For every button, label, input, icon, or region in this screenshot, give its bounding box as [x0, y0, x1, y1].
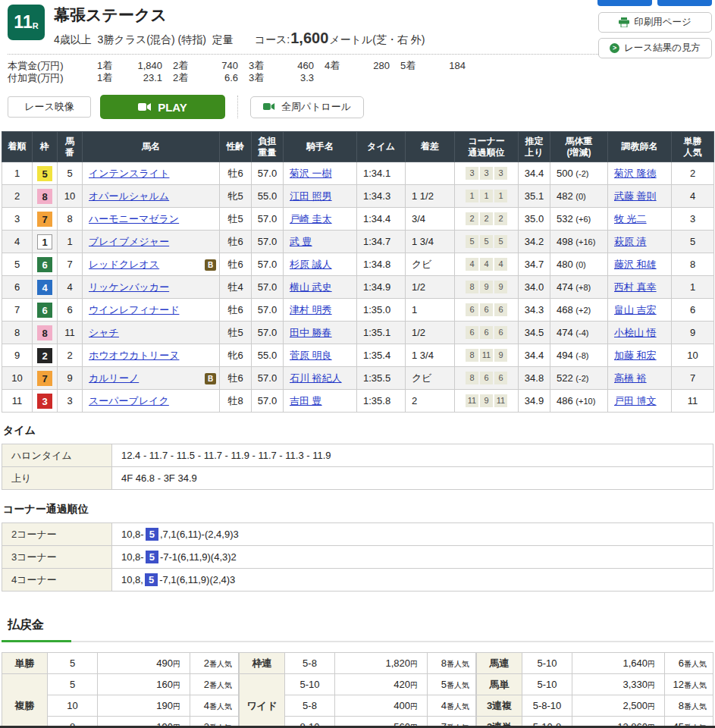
jockey-cell: 横山 武史: [284, 276, 357, 299]
carried-weight: 55.0: [252, 185, 284, 208]
trainer-link[interactable]: 菊沢 隆徳: [614, 168, 657, 179]
horse-name-link[interactable]: ウインレフィナード: [89, 304, 179, 315]
race-header: 印刷用ページ > レース結果の見方 11 R 幕張ステークス 4歳以上 3勝クラ…: [0, 0, 715, 84]
trainer-link[interactable]: 戸田 博文: [614, 395, 657, 406]
jockey-link[interactable]: 津村 明秀: [290, 304, 332, 315]
popularity-suffix: 番人気: [684, 702, 707, 711]
time-row: ハロンタイム12.4 - 11.7 - 11.5 - 11.7 - 11.9 -…: [2, 444, 713, 467]
finish-position: 9: [2, 344, 33, 367]
payout-popularity: 12番人気: [665, 674, 713, 695]
payout-amount: 420円: [335, 674, 428, 695]
yen-suffix: 円: [410, 660, 418, 668]
horse-weight-diff: (0): [575, 260, 585, 269]
payout-amount-value: 1,820: [385, 657, 410, 669]
popularity-suffix: 番人気: [447, 660, 469, 668]
popularity-suffix: 番人気: [209, 702, 232, 711]
trainer-link[interactable]: 小桧山 悟: [614, 327, 657, 338]
top-blue-buttons: [597, 0, 712, 6]
horse-name-link[interactable]: シャチ: [89, 327, 119, 338]
yen-suffix: 円: [648, 702, 655, 711]
jockey-link[interactable]: 田中 勝春: [290, 327, 332, 338]
frame-cell: 3: [33, 390, 58, 413]
print-button[interactable]: 印刷用ページ: [598, 12, 712, 33]
yen-suffix: 円: [173, 681, 180, 689]
corner-position-chip: 8: [466, 281, 478, 293]
trainer-link[interactable]: 萩原 清: [614, 236, 647, 247]
horse-weight: 494 (-8): [550, 344, 608, 367]
horse-name-link[interactable]: レッドクレオス: [89, 259, 159, 270]
horse-name-link[interactable]: ブレイブメジャー: [89, 236, 169, 247]
jockey-link[interactable]: 江田 照男: [290, 190, 332, 202]
jockey-link[interactable]: 菅原 明良: [290, 350, 332, 361]
patrol-video-button[interactable]: 全周パトロール: [250, 96, 364, 118]
trainer-link[interactable]: 藤沢 和雄: [614, 259, 657, 270]
finish-position: 3: [2, 208, 33, 231]
blue-button-partial-2[interactable]: [657, 0, 712, 6]
jockey-link[interactable]: 戸崎 圭太: [290, 213, 332, 224]
corner-row-value: 10,8-5-7-1(6,11,9)(4,3)2: [112, 546, 713, 569]
race-video-row: レース映像 PLAY 全周パトロール: [8, 94, 707, 120]
highlighted-horse-number: 5: [146, 528, 158, 541]
jockey-cell: 田中 勝春: [284, 322, 357, 344]
horse-number: 1: [58, 231, 83, 253]
jockey-link[interactable]: 菊沢 一樹: [290, 168, 332, 179]
combination: 10: [48, 695, 98, 717]
jockey-link[interactable]: 吉田 豊: [290, 395, 322, 406]
popularity-value: 4: [204, 700, 209, 711]
combination: 5: [48, 674, 98, 695]
results-table: 着順枠馬 番馬名性齢負担 重量騎手名タイム着差コーナー 通過順位推定 上り馬体重…: [2, 131, 714, 413]
trainer-link[interactable]: 牧 光二: [614, 213, 647, 224]
corner-position-chip: 6: [494, 303, 507, 316]
jockey-link[interactable]: 杉原 誠人: [290, 259, 332, 270]
jockey-link[interactable]: 横山 武史: [290, 281, 332, 293]
last-3f: 34.7: [519, 253, 550, 276]
trainer-link[interactable]: 西村 真幸: [614, 281, 657, 293]
prize-pair: 3着460: [249, 60, 314, 72]
horse-number: 10: [58, 185, 83, 208]
corner-row: 3コーナー10,8-5-7-1(6,11,9)(4,3)2: [2, 546, 713, 569]
frame-cell: 7: [33, 208, 58, 231]
horse-weight-diff: (+10): [575, 397, 595, 406]
jockey-cell: 吉田 豊: [284, 390, 357, 413]
trainer-link[interactable]: 畠山 吉宏: [614, 304, 657, 315]
horse-name-link[interactable]: カルリーノ: [89, 372, 139, 384]
video-camera-icon: [138, 101, 152, 114]
horse-name-link[interactable]: スーパーブレイク: [89, 395, 169, 406]
horse-weight: 498 (+16): [550, 231, 608, 253]
horse-name-link[interactable]: インテンスライト: [89, 168, 169, 179]
jockey-link[interactable]: 石川 裕紀人: [290, 372, 342, 384]
finish-time: 1:35.0: [357, 299, 406, 322]
horse-number: 5: [58, 162, 83, 185]
jockey-link[interactable]: 武 豊: [290, 236, 312, 247]
horse-name-link[interactable]: オパールシャルム: [89, 190, 169, 202]
result-row: 378ハーモニーマゼラン牡557.0戸崎 圭太1:34.43/422235.05…: [2, 208, 714, 231]
bet-type: 馬単: [477, 674, 522, 695]
win-popularity: 6: [672, 299, 714, 322]
blinker-badge: B: [205, 373, 216, 384]
result-guide-button[interactable]: > レース結果の見方: [598, 38, 712, 58]
win-popularity: 3: [672, 208, 714, 231]
column-header: 馬体重 (増減): [550, 132, 608, 162]
horse-name-cell: オパールシャルム: [83, 185, 220, 208]
finish-position: 7: [2, 299, 33, 322]
play-button[interactable]: PLAY: [100, 95, 225, 119]
carried-weight: 57.0: [252, 390, 284, 413]
payout-amount: 1,820円: [335, 653, 428, 674]
trainer-link[interactable]: 武藤 善則: [614, 190, 657, 202]
jockey-cell: 戸崎 圭太: [284, 208, 357, 231]
trainer-cell: 小桧山 悟: [608, 322, 672, 344]
bet-type: 枠連: [240, 653, 285, 674]
horse-name-link[interactable]: ホウオウカトリーヌ: [89, 350, 179, 361]
jockey-cell: 杉原 誠人: [284, 253, 357, 276]
trainer-link[interactable]: 加藤 和宏: [614, 350, 657, 361]
margin: 1/2: [406, 322, 455, 344]
jockey-cell: 津村 明秀: [284, 299, 357, 322]
horse-name-link[interactable]: ハーモニーマゼラン: [89, 213, 179, 224]
horse-name-link[interactable]: リッケンバッカー: [89, 281, 169, 293]
frame-number: 3: [37, 394, 52, 409]
margin: 1 1/2: [406, 185, 455, 208]
blue-button-partial-1[interactable]: [597, 0, 652, 6]
trainer-link[interactable]: 高橋 裕: [614, 372, 647, 384]
win-popularity: 5: [672, 231, 714, 253]
prize-place: 2着: [173, 72, 199, 84]
